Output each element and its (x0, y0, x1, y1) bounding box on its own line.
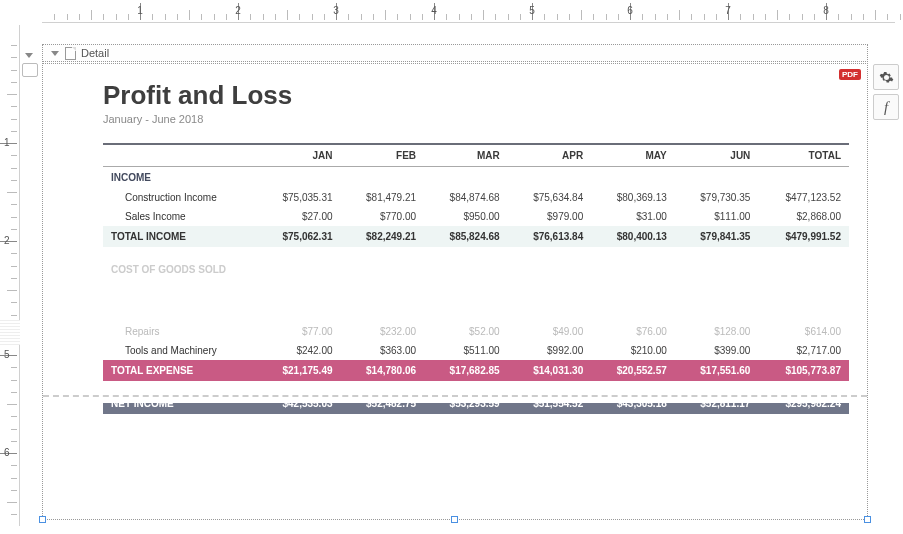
col-header: FEB (341, 144, 425, 167)
col-header (103, 144, 257, 167)
resize-handle[interactable] (864, 516, 871, 523)
scripts-button[interactable]: f (873, 94, 899, 120)
page-tear (43, 389, 867, 403)
resize-handle[interactable] (39, 516, 46, 523)
table-row: Sales Income$27.00$770.00$950.00$979.00$… (103, 207, 849, 226)
collapse-icon[interactable] (25, 53, 33, 58)
header-row: JANFEBMARAPRMAYJUNTOTAL (103, 144, 849, 167)
table-row: Tools and Machinery$242.00$363.00$511.00… (103, 341, 849, 360)
settings-button[interactable] (873, 64, 899, 90)
col-header: MAY (591, 144, 675, 167)
col-header: MAR (424, 144, 508, 167)
table-row: Repairs$77.00$232.00$52.00$49.00$76.00$1… (103, 322, 849, 341)
design-canvas[interactable]: PDF Profit and Loss January - June 2018 … (42, 63, 868, 520)
col-header: JAN (257, 144, 341, 167)
band-label: Detail (81, 47, 109, 59)
report-table: JANFEBMARAPRMAYJUNTOTAL INCOME Construct… (103, 143, 849, 280)
band-gutter (22, 48, 40, 79)
table-row: Construction Income$75,035.31$81,479.21$… (103, 188, 849, 207)
fx-icon: f (884, 99, 888, 116)
band-header[interactable]: Detail (42, 44, 868, 62)
total-income-row: TOTAL INCOME$75,062.31$82,249.21$85,824.… (103, 226, 849, 247)
report-title: Profit and Loss (103, 80, 849, 111)
resize-handle[interactable] (451, 516, 458, 523)
gear-icon (879, 70, 894, 85)
report-preview: Profit and Loss January - June 2018 JANF… (43, 64, 867, 519)
col-header: JUN (675, 144, 759, 167)
col-header: APR (508, 144, 592, 167)
col-header: TOTAL (758, 144, 849, 167)
vertical-ruler[interactable]: 1256 (0, 25, 20, 526)
section-cogs: COST OF GOODS SOLD (103, 259, 849, 280)
total-expense-row: TOTAL EXPENSE$21,175.49$14,780.06$17,682… (103, 360, 849, 381)
report-subtitle: January - June 2018 (103, 113, 849, 125)
expand-caret-icon[interactable] (51, 51, 59, 56)
horizontal-ruler[interactable]: 12345678 (42, 3, 895, 23)
detail-band-icon (65, 47, 76, 60)
section-income: INCOME (103, 167, 849, 189)
side-toolbar: f (873, 64, 899, 124)
band-drag-icon[interactable] (22, 63, 38, 77)
